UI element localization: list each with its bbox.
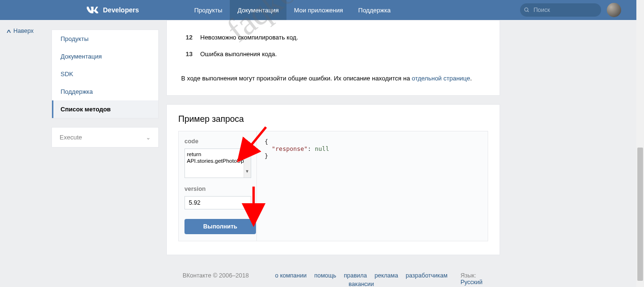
search-box[interactable] (520, 3, 601, 17)
code-text: return API.stories.getPhotoUploadServer(… (187, 151, 249, 165)
top-bar: Developers Продукты Документация Мои при… (0, 0, 644, 20)
error-text: Невозможно скомпилировать код. (200, 34, 298, 41)
nav-tabs: Продукты Документация Мои приложения Под… (186, 0, 398, 20)
sidebar-menu: Продукты Документация SDK Поддержка Спис… (51, 30, 159, 119)
sidebar-item-documentation[interactable]: Документация (52, 48, 158, 65)
footer-link-rules[interactable]: правила (344, 272, 367, 279)
avatar[interactable] (607, 3, 621, 17)
footer-links: о компании помощь правила реклама разраб… (271, 272, 452, 287)
copyright: ВКонтакте © 2006–2018 (183, 272, 262, 279)
sidebar-item-methods[interactable]: Список методов (52, 100, 158, 118)
error-text: Ошибка выполнения кода. (200, 50, 277, 58)
search-icon (524, 7, 530, 13)
search-input[interactable] (533, 7, 595, 13)
general-errors-note: В ходе выполнения могут произойти общие … (181, 62, 485, 90)
footer-link-about[interactable]: о компании (275, 272, 307, 279)
example-title: Пример запроса (178, 114, 488, 124)
version-value: 5.92 (189, 199, 200, 206)
chevron-down-icon: ⌄ (146, 134, 151, 141)
method-dropdown[interactable]: Execute ⌄ (51, 127, 159, 148)
left-rail: ∧ Наверх (0, 20, 51, 267)
error-row: 13 Ошибка выполнения кода. (181, 46, 485, 62)
nav-tab-documentation[interactable]: Документация (230, 0, 286, 20)
method-dropdown-label: Execute (60, 134, 82, 141)
nav-tab-apps[interactable]: Мои приложения (286, 0, 351, 20)
page-scrollbar[interactable] (636, 0, 644, 287)
code-label: code (184, 138, 251, 145)
execute-button[interactable]: Выполнить (184, 219, 256, 234)
brand-title: Developers (103, 6, 139, 14)
footer: ВКонтакте © 2006–2018 о компании помощь … (166, 267, 500, 287)
error-code: 13 (181, 50, 200, 58)
version-select[interactable]: 5.92 ⌄ (184, 196, 251, 209)
back-to-top-label: Наверх (13, 28, 34, 34)
content-panel: 12 Невозможно скомпилировать код. 13 Оши… (166, 20, 500, 96)
error-row: 12 Невозможно скомпилировать код. (181, 29, 485, 46)
footer-link-help[interactable]: помощь (314, 272, 336, 279)
response-output: { "response": null } (257, 131, 488, 241)
sidebar-item-support[interactable]: Поддержка (52, 83, 158, 100)
example-panel: Пример запроса code return API.stories.g… (166, 104, 500, 255)
error-code: 12 (181, 34, 200, 41)
language-link[interactable]: Русский (460, 279, 482, 286)
footer-link-devs[interactable]: разработчикам (406, 272, 448, 279)
footer-link-jobs[interactable]: вакансии (348, 281, 374, 287)
scroll-up-icon[interactable]: ▲ (244, 149, 251, 156)
language-switcher: Язык: Русский (460, 272, 499, 286)
version-label: version (184, 186, 251, 192)
chevron-up-icon: ∧ (6, 28, 12, 34)
svg-point-0 (525, 8, 528, 11)
nav-tab-products[interactable]: Продукты (186, 0, 230, 20)
footer-link-ads[interactable]: реклама (375, 272, 398, 279)
scroll-down-icon[interactable]: ▼ (244, 168, 251, 175)
scrollbar-thumb[interactable] (637, 148, 643, 281)
nav-tab-support[interactable]: Поддержка (351, 0, 399, 20)
errors-page-link[interactable]: отдельной странице (412, 75, 470, 82)
sidebar-item-products[interactable]: Продукты (52, 30, 158, 48)
vk-logo-icon[interactable] (86, 3, 99, 17)
sidebar-item-sdk[interactable]: SDK (52, 65, 158, 83)
code-textarea[interactable]: return API.stories.getPhotoUploadServer(… (184, 148, 251, 178)
back-to-top-link[interactable]: ∧ Наверх (7, 28, 51, 34)
chevron-down-icon: ⌄ (243, 200, 247, 206)
svg-line-1 (528, 11, 529, 12)
